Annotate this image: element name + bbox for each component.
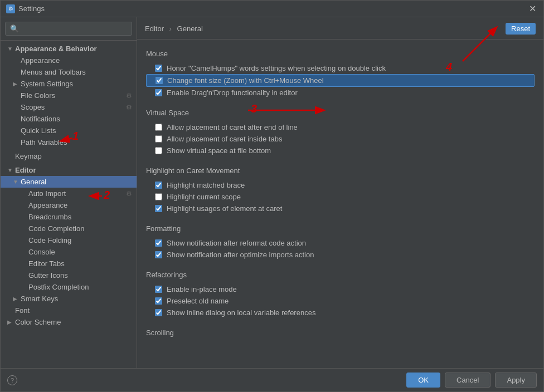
checkbox-show-inline-dialog-input[interactable] [155, 309, 162, 316]
sidebar-item-font[interactable]: Font [1, 305, 137, 316]
sidebar-label: Quick Lists [21, 126, 132, 135]
sidebar-label: Appearance & Behavior [15, 45, 132, 53]
sidebar-item-editor[interactable]: ▼ Editor [1, 164, 137, 176]
sidebar-label: Smart Keys [21, 295, 132, 303]
sidebar-item-appearance[interactable]: Appearance [1, 55, 137, 66]
sidebar-item-color-scheme[interactable]: ▶ Color Scheme [1, 316, 137, 328]
sidebar-item-keymap[interactable]: Keymap [1, 150, 137, 162]
sidebar-label: Gutter Icons [28, 271, 132, 280]
highlight-caret-section: Highlight on Caret Movement Highlight ma… [146, 166, 535, 214]
checkbox-virtual-space: Show virtual space at file bottom [146, 145, 535, 156]
sidebar-item-console[interactable]: Console [1, 246, 137, 258]
sidebar-label: System Settings [21, 80, 132, 88]
expand-arrow: ▼ [7, 46, 15, 52]
checkbox-caret-end-line: Allow placement of caret after end of li… [146, 121, 535, 133]
checkbox-show-optimize: Show notification after optimize imports… [146, 249, 535, 261]
mouse-section: Mouse Honor "CamelHumps" words settings … [146, 50, 535, 99]
checkbox-caret-inside-tabs-input[interactable] [155, 135, 162, 143]
sidebar-item-file-colors[interactable]: File Colors ⚙ [1, 90, 137, 101]
sidebar-label: Menus and Toolbars [21, 68, 132, 76]
checkbox-show-optimize-input[interactable] [155, 251, 162, 258]
checkbox-virtual-space-input[interactable] [155, 147, 162, 154]
sidebar-label: Console [28, 248, 132, 256]
sidebar-item-code-folding[interactable]: Code Folding [1, 234, 137, 246]
checkbox-show-inline-dialog-label[interactable]: Show inline dialog on local variable ref… [167, 308, 315, 317]
sidebar-item-path-variables[interactable]: Path Variables [1, 136, 137, 148]
checkbox-show-optimize-label[interactable]: Show notification after optimize imports… [167, 251, 314, 259]
checkbox-drag-drop-label[interactable]: Enable Drag'n'Drop functionality in edit… [167, 89, 298, 97]
sidebar-item-notifications[interactable]: Notifications [1, 113, 137, 125]
scrolling-section: Scrolling [146, 329, 535, 337]
sidebar-item-gutter-icons[interactable]: Gutter Icons [1, 270, 137, 281]
sidebar-item-breadcrumbs[interactable]: Breadcrumbs [1, 211, 137, 223]
sidebar-item-auto-import[interactable]: Auto Import ⚙ [1, 188, 137, 199]
checkbox-show-reformat-label[interactable]: Show notification after reformat code ac… [167, 239, 306, 247]
sidebar-label: Font [15, 306, 132, 315]
checkbox-font-size-zoom: Change font size (Zoom) with Ctrl+Mouse … [146, 74, 535, 87]
sidebar-label: Breadcrumbs [28, 213, 132, 221]
checkbox-enable-inplace-input[interactable] [155, 286, 162, 293]
reset-button[interactable]: Reset [506, 23, 536, 35]
gear-icon: ⚙ [126, 190, 132, 198]
virtual-space-title: Virtual Space [146, 109, 535, 117]
checkbox-caret-end-line-label[interactable]: Allow placement of caret after end of li… [167, 123, 298, 131]
checkbox-camel-humps-label[interactable]: Honor "CamelHumps" words settings when s… [167, 64, 386, 72]
checkbox-highlight-matched-brace-label[interactable]: Highlight matched brace [167, 181, 245, 189]
window-title: Settings [18, 4, 527, 13]
checkbox-caret-end-line-input[interactable] [155, 124, 162, 131]
checkbox-preselect-name-input[interactable] [155, 297, 162, 305]
panel-body: Mouse Honor "CamelHumps" words settings … [137, 40, 543, 368]
formatting-section: Formatting Show notification after refor… [146, 224, 535, 261]
checkbox-show-reformat-input[interactable] [155, 239, 162, 247]
gear-icon: ⚙ [126, 92, 132, 100]
sidebar-item-menus-toolbars[interactable]: Menus and Toolbars [1, 66, 137, 78]
breadcrumb-part2: General [177, 24, 203, 33]
sidebar-item-appearance-sub[interactable]: Appearance [1, 199, 137, 211]
window-icon: ⚙ [6, 4, 15, 13]
cancel-button[interactable]: Cancel [445, 373, 490, 388]
checkbox-highlight-usages-input[interactable] [155, 205, 162, 212]
checkbox-highlight-current-scope-input[interactable] [155, 193, 162, 200]
scrolling-title: Scrolling [146, 329, 535, 337]
ok-button[interactable]: OK [406, 373, 440, 388]
sidebar-item-appearance-behavior[interactable]: ▼ Appearance & Behavior [1, 43, 137, 55]
checkbox-highlight-usages-label[interactable]: Highlight usages of element at caret [167, 204, 282, 213]
sidebar-item-quick-lists[interactable]: Quick Lists [1, 125, 137, 136]
checkbox-font-size-zoom-label[interactable]: Change font size (Zoom) with Ctrl+Mouse … [167, 76, 324, 85]
checkbox-preselect-name-label[interactable]: Preselect old name [167, 297, 229, 305]
sidebar-item-smart-keys[interactable]: ▶ Smart Keys [1, 293, 137, 305]
search-box [1, 17, 137, 41]
sidebar-label: Auto Import [28, 189, 124, 198]
breadcrumb-part1: Editor [145, 24, 164, 33]
expand-arrow: ▼ [13, 179, 21, 185]
search-input[interactable] [5, 22, 132, 36]
expand-arrow: ▶ [13, 81, 21, 87]
checkbox-highlight-matched-brace-input[interactable] [155, 182, 162, 189]
checkbox-enable-inplace-label[interactable]: Enable in-place mode [167, 285, 237, 293]
sidebar-item-system-settings[interactable]: ▶ System Settings [1, 78, 137, 90]
sidebar-item-postfix-completion[interactable]: Postfix Completion [1, 281, 137, 293]
sidebar-label: Color Scheme [15, 318, 132, 326]
virtual-space-section: Virtual Space Allow placement of caret a… [146, 109, 535, 156]
sidebar-item-code-completion[interactable]: Code Completion [1, 223, 137, 234]
sidebar-item-editor-tabs[interactable]: Editor Tabs [1, 258, 137, 270]
mouse-section-title: Mouse [146, 50, 535, 58]
sidebar-item-general[interactable]: ▼ General [1, 176, 137, 188]
apply-button[interactable]: Apply [495, 373, 537, 388]
checkbox-highlight-usages: Highlight usages of element at caret [146, 203, 535, 214]
checkbox-camel-humps-input[interactable] [155, 65, 162, 72]
checkbox-virtual-space-label[interactable]: Show virtual space at file bottom [167, 146, 271, 155]
sidebar-item-scopes[interactable]: Scopes ⚙ [1, 101, 137, 113]
checkbox-font-size-zoom-input[interactable] [156, 77, 163, 84]
checkbox-preselect-name: Preselect old name [146, 295, 535, 307]
help-button[interactable]: ? [7, 375, 17, 385]
sidebar-label: Code Completion [28, 224, 132, 233]
checkbox-drag-drop-input[interactable] [155, 89, 162, 96]
highlight-caret-title: Highlight on Caret Movement [146, 166, 535, 175]
checkbox-highlight-current-scope-label[interactable]: Highlight current scope [167, 193, 241, 201]
checkbox-highlight-current-scope: Highlight current scope [146, 191, 535, 203]
formatting-title: Formatting [146, 224, 535, 233]
refactorings-section: Refactorings Enable in-place mode Presel… [146, 271, 535, 318]
close-button[interactable]: ✕ [527, 3, 538, 14]
checkbox-caret-inside-tabs-label[interactable]: Allow placement of caret inside tabs [167, 135, 282, 143]
